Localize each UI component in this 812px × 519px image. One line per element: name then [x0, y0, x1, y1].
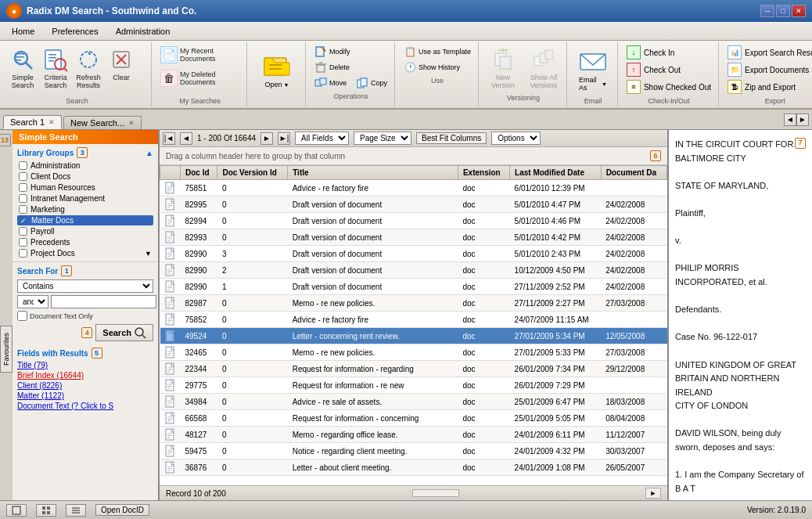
minimize-btn[interactable]: ─: [760, 5, 774, 17]
table-row[interactable]: 594750Notice - regarding client meeting.…: [160, 443, 667, 460]
table-row[interactable]: 829870Memo - re new policies.doc27/11/20…: [160, 295, 667, 312]
table-row[interactable]: 829902Draft version of documentdoc10/12/…: [160, 262, 667, 279]
col-icon[interactable]: [160, 166, 181, 180]
lib-precedents-check[interactable]: [19, 238, 27, 247]
col-title[interactable]: Title: [288, 166, 458, 180]
lib-human-resources-check[interactable]: [19, 183, 27, 192]
clear-btn[interactable]: Clear: [105, 44, 138, 85]
table-row[interactable]: 368760Letter - about client meeting.doc2…: [160, 460, 667, 476]
doc-text-only-check[interactable]: [17, 311, 27, 321]
table-row[interactable]: 495240Letter - concerning rent review.do…: [160, 328, 667, 344]
col-doc-version-id[interactable]: Doc Version Id: [217, 166, 288, 180]
lib-precedents[interactable]: Precedents: [17, 237, 153, 247]
maximize-btn[interactable]: □: [776, 5, 790, 17]
tab-scroll-left[interactable]: ◄: [784, 114, 796, 126]
simple-search-btn[interactable]: Simple Search: [6, 44, 39, 92]
lib-client-docs[interactable]: Client Docs: [17, 171, 153, 182]
table-row[interactable]: 829903Draft version of documentdoc5/01/2…: [160, 246, 667, 262]
table-row[interactable]: 349840Advice - re sale of assets.doc25/0…: [160, 394, 667, 410]
first-page-btn[interactable]: |◄: [163, 132, 175, 145]
menu-preferences[interactable]: Preferences: [43, 24, 106, 38]
lib-human-resources[interactable]: Human Resources: [17, 182, 153, 193]
zip-and-export-btn[interactable]: 🗜 Zip and Export: [724, 78, 812, 96]
contains-dropdown[interactable]: Contains: [17, 279, 153, 293]
scroll-right-btn[interactable]: ►: [645, 488, 661, 499]
field-title[interactable]: Title (79): [17, 361, 153, 369]
col-doc-id[interactable]: Doc Id: [181, 166, 217, 180]
lib-payroll-check[interactable]: [19, 227, 27, 236]
table-row[interactable]: 223440Request for information - regardin…: [160, 361, 667, 377]
new-version-btn[interactable]: New Version: [483, 44, 523, 92]
col-extension[interactable]: Extension: [458, 166, 509, 180]
my-deleted-btn[interactable]: 🗑 My Deleted Documents: [156, 67, 220, 89]
table-row[interactable]: 758510Advice - re factory firedoc6/01/20…: [160, 180, 667, 196]
tab-new-search-close[interactable]: ✕: [128, 119, 135, 127]
field-matter[interactable]: Matter (1122): [17, 391, 153, 400]
lib-administration-check[interactable]: [19, 161, 27, 170]
options-dropdown[interactable]: Options: [491, 132, 541, 145]
field-client[interactable]: Client (8226): [17, 381, 153, 390]
lib-marketing-check[interactable]: [19, 205, 27, 214]
table-row[interactable]: 665680Request for information - concerni…: [160, 410, 667, 427]
lib-client-docs-check[interactable]: [19, 172, 27, 181]
table-row[interactable]: 829930Draft version of documentdoc5/01/2…: [160, 229, 667, 246]
col-doc-date[interactable]: Document Da: [601, 166, 666, 180]
tab-scroll-right[interactable]: ►: [796, 114, 809, 126]
use-as-template-btn[interactable]: 📋 Use as Template: [400, 44, 475, 59]
results-table-wrap[interactable]: Doc Id Doc Version Id Title Extension La…: [160, 165, 667, 485]
move-btn[interactable]: Move: [311, 75, 350, 91]
open-docid-btn[interactable]: Open DocID: [95, 504, 149, 516]
close-btn[interactable]: ✕: [792, 5, 806, 17]
page-size-dropdown[interactable]: Page Size: [354, 132, 411, 145]
status-view-btn3[interactable]: [66, 504, 86, 517]
table-row[interactable]: 829950Draft version of documentdoc5/01/2…: [160, 196, 667, 213]
my-recent-btn[interactable]: 📄 My Recent Documents: [156, 44, 220, 66]
last-page-btn[interactable]: ►|: [278, 132, 290, 145]
show-checked-out-btn[interactable]: ≡ Show Checked Out: [623, 78, 715, 96]
prev-page-btn[interactable]: ◄: [180, 132, 192, 145]
open-btn[interactable]: Open ▼: [253, 44, 300, 92]
status-view-btn1[interactable]: [6, 504, 27, 517]
lib-project-docs-check[interactable]: [19, 249, 27, 258]
lib-intranet-management[interactable]: Intranet Management: [17, 193, 153, 204]
search-text-input[interactable]: [51, 295, 156, 308]
menu-home[interactable]: Home: [3, 24, 43, 38]
favourites-tab[interactable]: Favourites: [0, 326, 13, 373]
table-row[interactable]: 481270Memo - regarding office lease.doc2…: [160, 427, 667, 443]
field-brief-index[interactable]: Brief Index (16644): [17, 371, 153, 380]
lib-intranet-management-check[interactable]: [19, 194, 27, 203]
refresh-results-btn[interactable]: Refresh Results: [72, 44, 105, 92]
best-fit-btn[interactable]: Best Fit Columns: [416, 132, 487, 144]
table-row[interactable]: 829940Draft version of documentdoc5/01/2…: [160, 213, 667, 229]
menu-administration[interactable]: Administration: [107, 24, 179, 38]
show-history-btn[interactable]: 🕐 Show History: [400, 59, 475, 75]
tab-search1[interactable]: Search 1 ✕: [3, 115, 62, 129]
search-button[interactable]: Search: [95, 324, 153, 341]
table-row[interactable]: 324650Memo - re new policies.doc27/01/20…: [160, 344, 667, 361]
status-view-btn2[interactable]: [36, 504, 56, 517]
table-row[interactable]: 758520Advice - re factory firedoc24/07/2…: [160, 312, 667, 328]
all-fields-dropdown[interactable]: All Fields: [295, 132, 349, 145]
check-in-btn[interactable]: ↓ Check In: [623, 44, 715, 61]
tab-new-search[interactable]: New Search... ✕: [63, 116, 142, 129]
next-page-btn[interactable]: ►: [260, 132, 273, 145]
copy-btn[interactable]: Copy: [352, 75, 391, 91]
modify-btn[interactable]: Modify: [311, 44, 354, 59]
show-all-versions-btn[interactable]: Show All Versions: [524, 44, 563, 92]
criteria-search-btn[interactable]: Criteria Search: [39, 44, 72, 92]
tab-search1-close[interactable]: ✕: [49, 118, 55, 126]
col-last-modified[interactable]: Last Modified Date: [510, 166, 602, 180]
check-out-btn[interactable]: ↑ Check Out: [623, 61, 715, 78]
lib-marketing[interactable]: Marketing: [17, 204, 153, 214]
lib-administration[interactable]: Administration: [17, 160, 153, 171]
export-search-results-btn[interactable]: 📊 Export Search Results: [724, 44, 812, 61]
field-doc-text[interactable]: Document Text (? Click to S: [17, 402, 153, 410]
and-dropdown[interactable]: and: [17, 295, 49, 308]
lib-matter-docs[interactable]: ✓ Matter Docs: [17, 215, 153, 225]
table-row[interactable]: 297750Request for information - re newdo…: [160, 377, 667, 394]
email-as-btn[interactable]: Email As ▼: [572, 44, 614, 96]
delete-btn[interactable]: Delete: [311, 59, 354, 75]
lib-project-docs[interactable]: Project Docs ▼: [17, 248, 153, 258]
lib-payroll[interactable]: Payroll: [17, 226, 153, 236]
export-documents-btn[interactable]: 📁 Export Documents: [724, 61, 812, 78]
